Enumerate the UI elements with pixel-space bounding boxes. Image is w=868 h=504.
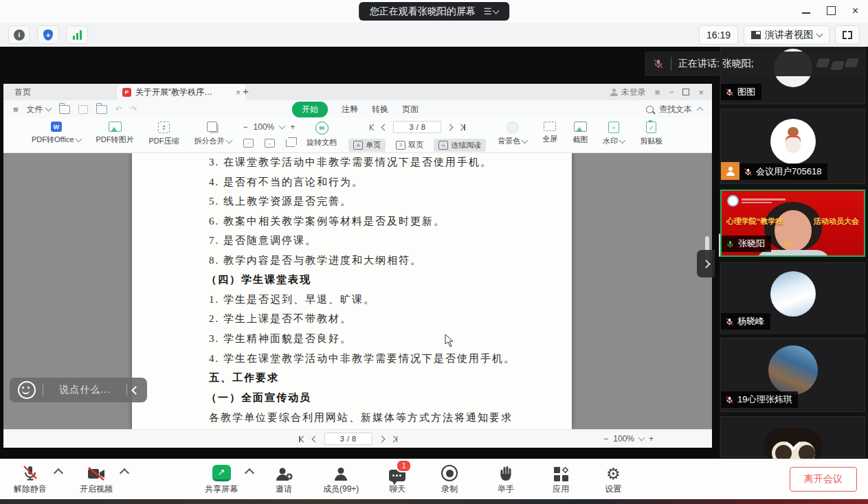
tool-label: 连续阅读	[451, 140, 481, 150]
active-speaker-tile[interactable]: 心理学院“教学秩 活动动员大会 张晓阳 20	[720, 190, 865, 257]
page-indicator[interactable]: 3 / 8	[393, 121, 441, 133]
raise-hand-button[interactable]: 举手	[498, 463, 514, 495]
open-file-icon[interactable]	[59, 105, 70, 114]
pdf-minimize-button[interactable]: −	[669, 87, 674, 97]
page-indicator[interactable]: 3 / 8	[324, 433, 372, 445]
leave-meeting-button[interactable]: 离开会议	[790, 467, 857, 492]
tool-label: PDF压缩	[149, 136, 179, 146]
undo-icon[interactable]: ↶	[115, 104, 122, 114]
fit-width-icon[interactable]: ↔	[265, 139, 275, 148]
close-tab-icon[interactable]: ×	[236, 88, 241, 98]
security-button[interactable]: +	[37, 25, 59, 44]
share-options-chevron[interactable]	[245, 468, 254, 478]
last-page-button[interactable]	[458, 124, 465, 130]
share-screen-button[interactable]: ↗ 共享屏幕	[205, 463, 238, 495]
pdf-menu-icon[interactable]: ≡	[655, 87, 660, 98]
control-label: 应用	[553, 483, 569, 495]
chat-button[interactable]: 1 聊天	[389, 463, 405, 495]
settings-button[interactable]: ⚙ 设置	[605, 463, 621, 495]
video-options-chevron[interactable]	[120, 468, 129, 478]
participant-tile[interactable]: 会议用户705618	[720, 108, 865, 184]
participant-tile[interactable]: 杨晓峰	[720, 262, 865, 334]
file-menu[interactable]: 文件	[27, 104, 51, 115]
print-icon[interactable]	[96, 105, 107, 114]
watching-banner[interactable]: 您正在观看张晓阳的屏幕 ☰	[359, 2, 510, 21]
last-page-button[interactable]	[391, 436, 398, 442]
tab-annotate[interactable]: 注释	[342, 104, 358, 115]
zoom-out-button[interactable]: −	[243, 122, 248, 132]
zoom-out-button[interactable]: −	[603, 434, 608, 444]
chevron-down-icon[interactable]	[279, 123, 286, 130]
redo-icon[interactable]: ↷	[131, 104, 137, 114]
muted-mic-icon	[725, 88, 734, 97]
banner-menu-icon[interactable]: ☰	[484, 6, 499, 16]
next-page-button[interactable]	[379, 437, 384, 442]
speaking-label: 正在讲话: 张晓阳;	[678, 58, 754, 70]
rotate-button[interactable]: 90 旋转文档	[307, 122, 337, 148]
minimize-button[interactable]	[802, 12, 810, 14]
pdf-menurow: ≡ 文件 ↶ ↷ 开始 注释 转换 页面	[3, 100, 712, 118]
mic-options-chevron[interactable]	[54, 468, 63, 478]
hamburger-icon[interactable]: ≡	[13, 104, 19, 115]
zoom-in-button[interactable]: +	[290, 122, 295, 132]
prev-page-button[interactable]	[313, 437, 318, 442]
members-button[interactable]: 成员(99+)	[323, 463, 359, 495]
chat-input-placeholder[interactable]: 说点什么...	[43, 384, 126, 396]
collapse-chat-icon[interactable]	[133, 384, 139, 396]
participant-tile-partial[interactable]	[720, 416, 865, 457]
prev-page-button[interactable]	[382, 125, 387, 130]
tab-document[interactable]: P 关于开展“教学秩序规范... ×	[117, 84, 246, 100]
chevron-up-icon[interactable]	[697, 107, 704, 114]
sidebar-collapse-handle[interactable]	[697, 250, 715, 277]
meeting-controlbar: 解除静音 开启视频 ↗ 共享屏幕	[0, 459, 868, 499]
login-button[interactable]: 未登录	[610, 87, 646, 98]
pdf-compress-button[interactable]: ▲▼ PDF压缩	[149, 122, 179, 146]
watermark-button[interactable]: ≈ 水印	[603, 122, 625, 146]
fit-page-icon[interactable]: ▫	[243, 139, 254, 148]
pdf-to-office-button[interactable]: W PDF转Office	[32, 122, 81, 145]
chevron-down-icon[interactable]	[638, 435, 645, 442]
apps-button[interactable]: 应用	[553, 463, 569, 495]
find-text-button[interactable]: 查找文本	[659, 104, 692, 115]
tab-home[interactable]: 首页	[3, 84, 96, 100]
invite-button[interactable]: 邀请	[275, 463, 293, 495]
close-button[interactable]: ×	[852, 7, 858, 15]
quick-chat-bubble[interactable]: 说点什么...	[10, 378, 147, 402]
login-label: 未登录	[621, 87, 646, 98]
continuous-read-button[interactable]: ≒连续阅读	[434, 139, 486, 152]
emoji-icon[interactable]	[18, 381, 36, 399]
network-quality-button[interactable]	[66, 25, 88, 44]
split-merge-button[interactable]: 拆分合并	[194, 122, 232, 146]
single-page-button[interactable]: A单页	[348, 139, 386, 152]
screenshot-button[interactable]: 截图	[572, 122, 588, 145]
tab-start[interactable]: 开始	[292, 102, 328, 117]
clipboard-button[interactable]: ✓ 剪贴板	[640, 122, 663, 146]
next-page-button[interactable]	[447, 125, 452, 130]
view-mode-selector[interactable]: 演讲者视图	[744, 25, 830, 45]
maximize-button[interactable]	[827, 6, 836, 15]
bg-color-button[interactable]: 背景色	[498, 122, 527, 146]
participant-tile[interactable]: 19心理张炜琪	[720, 338, 865, 412]
fullscreen-button[interactable]	[835, 25, 860, 45]
pdf-close-button[interactable]: ×	[698, 87, 704, 98]
crop-marks-icon[interactable]	[286, 139, 295, 147]
first-page-button[interactable]	[299, 436, 306, 442]
clipboard-icon: ✓	[646, 122, 656, 133]
zoom-level: 100%	[254, 122, 275, 132]
unmute-button[interactable]: 解除静音	[14, 463, 47, 495]
single-page-icon: A	[353, 141, 363, 150]
pdf-to-image-button[interactable]: PDF转图片	[96, 122, 134, 145]
first-page-button[interactable]	[370, 124, 377, 130]
record-button[interactable]: 录制	[441, 463, 458, 495]
pdf-fullscreen-button[interactable]: 全屏	[542, 122, 557, 144]
tool-label: 截图	[572, 135, 588, 145]
save-icon[interactable]	[78, 105, 88, 114]
start-video-button[interactable]: 开启视频	[80, 463, 113, 495]
double-page-button[interactable]: ⠿双页	[391, 139, 428, 152]
tab-convert[interactable]: 转换	[372, 104, 388, 115]
meeting-info-button[interactable]: i	[8, 25, 30, 44]
pdf-maximize-button[interactable]	[682, 89, 689, 95]
zoom-in-button[interactable]: +	[649, 434, 654, 444]
tab-page[interactable]: 页面	[402, 104, 419, 115]
new-tab-button[interactable]: +	[243, 85, 249, 97]
